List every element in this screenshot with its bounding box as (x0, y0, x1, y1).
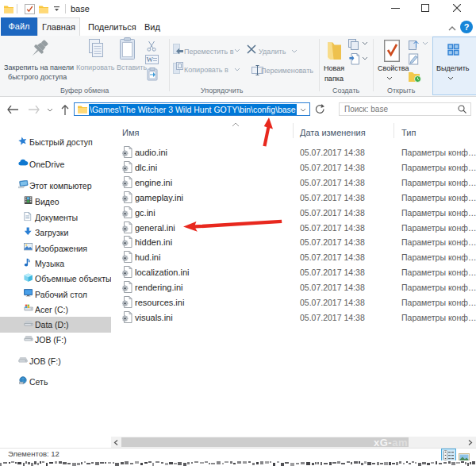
svg-text:W: W (147, 56, 154, 64)
